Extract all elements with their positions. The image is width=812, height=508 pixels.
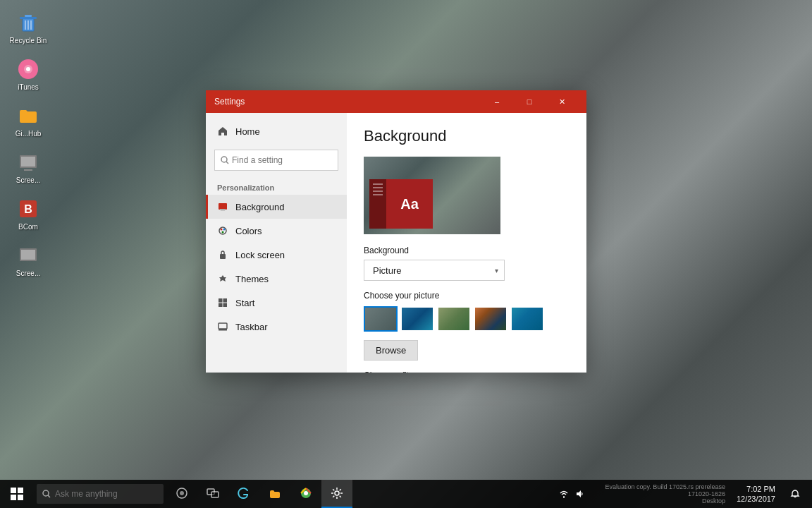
desktop-icon-itunes[interactable]: iTunes: [4, 54, 53, 95]
picture-thumb-image-5: [512, 308, 543, 330]
desktop-icon-screenshot1[interactable]: Scree...: [4, 147, 53, 188]
picture-thumb-1[interactable]: [364, 306, 398, 332]
desktop-icon-bcom[interactable]: B BCom: [4, 193, 53, 234]
background-select-wrapper[interactable]: Picture Solid color Slideshow ▾: [364, 260, 505, 281]
picture-thumb-image-2: [402, 308, 433, 330]
svg-line-33: [48, 495, 50, 497]
themes-icon: [217, 273, 228, 284]
preview-bar-item: [373, 194, 383, 195]
volume-icon[interactable]: [574, 489, 584, 499]
choose-picture-label: Choose your picture: [364, 291, 570, 301]
svg-point-40: [335, 491, 339, 495]
svg-rect-27: [223, 298, 228, 303]
svg-rect-19: [220, 209, 226, 210]
picture-thumb-3[interactable]: [437, 306, 471, 332]
maximize-button[interactable]: □: [513, 90, 546, 113]
lock-screen-icon: [217, 249, 228, 260]
start-button[interactable]: [0, 480, 34, 508]
desktop-icon-recycle-bin[interactable]: Recycle Bin: [4, 7, 53, 48]
desktop-icon-label: Gi...Hub: [16, 130, 42, 138]
svg-rect-31: [219, 329, 227, 331]
sidebar-item-taskbar[interactable]: Taskbar: [206, 315, 347, 339]
desktop-icon-label: iTunes: [18, 83, 39, 92]
sidebar-search-input[interactable]: [232, 155, 332, 165]
main-content: Background Aa: [347, 113, 586, 373]
preview-desktop-mock: Aa: [369, 179, 433, 229]
desktop: Recycle Bin iTunes Gi...Hub: [0, 0, 812, 508]
desktop-icon-folder[interactable]: Gi...Hub: [4, 100, 53, 141]
desktop-icon-label: BCom: [18, 223, 38, 231]
preview-bar-item: [373, 190, 383, 192]
taskbar-right: Evaluation copy. Build 17025.rs prerelea…: [559, 480, 812, 508]
svg-rect-25: [220, 254, 226, 259]
svg-rect-18: [219, 203, 227, 210]
taskbar: Evaluation copy. Build 17025.rs prerelea…: [0, 480, 812, 508]
svg-rect-30: [219, 323, 227, 329]
taskbar-app-settings[interactable]: [321, 480, 352, 508]
taskbar-app-edge[interactable]: [228, 480, 259, 508]
svg-point-8: [26, 67, 30, 71]
colors-icon: [217, 225, 228, 236]
taskbar-app-taskview[interactable]: [197, 480, 228, 508]
taskbar-app-chrome[interactable]: [290, 480, 321, 508]
window-controls: – □ ✕: [481, 90, 578, 113]
close-button[interactable]: ✕: [546, 90, 578, 113]
system-clock[interactable]: 7:02 PM 12/23/2017: [731, 484, 781, 504]
desktop-icon-label: Scree...: [16, 176, 40, 185]
preview-bar-item: [373, 183, 383, 185]
notification-center-button[interactable]: [784, 480, 806, 508]
preview-bar-item: [373, 187, 383, 188]
sidebar-item-start[interactable]: Start: [206, 291, 347, 315]
svg-marker-41: [577, 490, 581, 497]
picture-thumb-2[interactable]: [400, 306, 434, 332]
svg-rect-1: [20, 17, 37, 19]
svg-rect-20: [221, 210, 225, 211]
minimize-button[interactable]: –: [481, 90, 513, 113]
desktop-icon-label: Scree...: [16, 270, 40, 278]
svg-rect-28: [219, 303, 223, 308]
background-preview: Aa: [364, 157, 500, 234]
background-icon: [217, 201, 228, 212]
background-select[interactable]: Picture Solid color Slideshow: [370, 260, 498, 280]
desktop-icon-label: Recycle Bin: [10, 37, 47, 45]
svg-rect-10: [21, 157, 35, 167]
sidebar-search-box[interactable]: [214, 150, 338, 171]
picture-thumb-5[interactable]: [510, 306, 544, 332]
preview-aa-text: Aa: [400, 196, 419, 212]
page-title: Background: [364, 127, 570, 145]
sidebar-item-themes[interactable]: Themes: [206, 267, 347, 291]
svg-rect-2: [25, 15, 32, 17]
taskbar-app-cortana[interactable]: [166, 480, 197, 508]
sidebar-item-colors[interactable]: Colors: [206, 219, 347, 243]
taskbar-search-input[interactable]: [55, 489, 158, 499]
windows-logo-icon: [11, 488, 23, 500]
svg-rect-29: [223, 303, 228, 308]
svg-point-39: [304, 491, 308, 495]
picture-thumb-4[interactable]: [474, 306, 508, 332]
svg-point-35: [180, 491, 184, 495]
svg-point-24: [222, 231, 224, 234]
home-icon: [217, 126, 228, 137]
picture-thumbnail-grid: [364, 306, 570, 332]
picture-thumb-image-4: [475, 308, 506, 330]
build-info-text: Evaluation copy. Build 17025.rs prerelea…: [587, 483, 728, 504]
sidebar-item-background[interactable]: Background: [206, 195, 347, 219]
svg-line-17: [226, 162, 228, 164]
svg-text:B: B: [24, 203, 32, 215]
taskbar-icon: [217, 321, 228, 332]
sidebar-item-lock-screen[interactable]: Lock screen: [206, 243, 347, 267]
browse-button[interactable]: Browse: [364, 340, 418, 361]
sidebar-home[interactable]: Home: [206, 119, 347, 144]
desktop-icon-screenshot2[interactable]: Scree...: [4, 240, 53, 281]
sidebar-section-label: Personalization: [206, 176, 347, 195]
taskbar-app-explorer[interactable]: [259, 480, 290, 508]
taskbar-apps: [166, 480, 352, 508]
network-icon[interactable]: [559, 489, 569, 499]
taskbar-search-box[interactable]: [37, 484, 164, 504]
window-body: Home Personalization: [206, 113, 586, 373]
svg-point-23: [223, 229, 226, 231]
preview-sidebar: [369, 179, 386, 229]
settings-window: Settings – □ ✕: [206, 90, 586, 373]
svg-rect-26: [219, 298, 223, 303]
window-title-text: Settings: [214, 97, 481, 107]
